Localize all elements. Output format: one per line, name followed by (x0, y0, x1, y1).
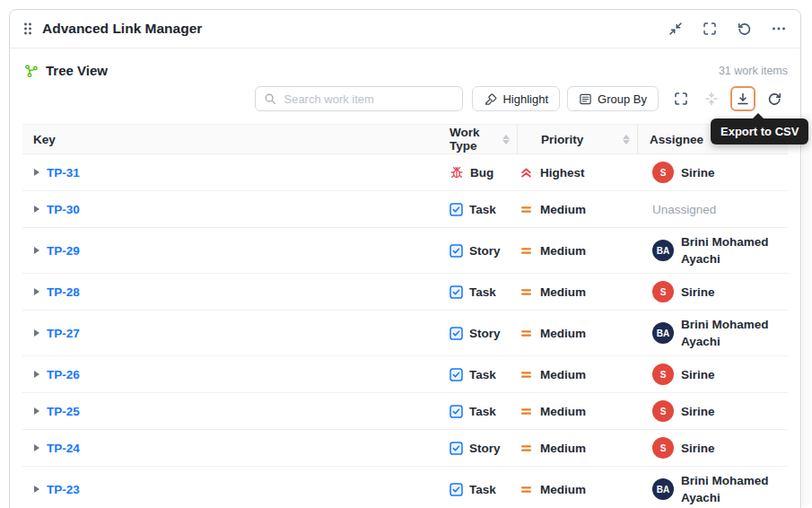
fullscreen-icon[interactable] (703, 22, 717, 36)
table-row[interactable]: TP-26 Task (22, 356, 788, 393)
work-type-label: Task (469, 285, 496, 299)
priority-medium-icon (520, 203, 533, 216)
priority-highest-icon (520, 166, 533, 180)
assignee-avatar: S (652, 400, 674, 422)
work-items-table: Key Work Type Priority Assignee (22, 124, 788, 508)
highlight-button-label: Highlight (502, 92, 548, 106)
work-items-count: 31 work items (719, 65, 788, 77)
table-row[interactable]: TP-23 Task (22, 467, 788, 508)
assignee-name: Unassigned (652, 201, 716, 218)
work-type-label: Story (469, 244, 501, 258)
drag-handle-icon[interactable] (22, 22, 33, 36)
table-row[interactable]: TP-27 Story (22, 311, 788, 356)
work-item-key-link[interactable]: TP-30 (47, 203, 80, 216)
priority-medium-icon (520, 405, 533, 418)
work-item-key-link[interactable]: TP-26 (47, 368, 80, 381)
panel-title: Advanced Link Manager (42, 21, 202, 37)
work-item-key-link[interactable]: TP-24 (47, 442, 80, 455)
highlight-button[interactable]: Highlight (472, 86, 560, 111)
assignee-avatar: BA (652, 322, 674, 344)
expand-all-icon[interactable] (669, 87, 693, 110)
task-checkbox-icon (450, 244, 463, 258)
expand-row-caret-icon[interactable] (33, 246, 40, 255)
priority-medium-icon (520, 368, 533, 381)
group-by-button-label: Group By (598, 92, 647, 106)
work-type-label: Task (469, 483, 496, 496)
work-type-label: Task (469, 203, 496, 216)
expand-row-caret-icon[interactable] (33, 287, 40, 296)
table-row[interactable]: TP-24 Story (22, 430, 788, 467)
work-type-label: Task (469, 405, 496, 418)
panel-header: Advanced Link Manager (10, 10, 800, 48)
advanced-link-manager-panel: Advanced Link Manager (9, 9, 801, 508)
group-by-button[interactable]: Group By (567, 86, 659, 111)
reset-icon[interactable] (737, 22, 752, 37)
assignee-name: Brini Mohamed Ayachi (681, 472, 787, 506)
priority-label: Medium (540, 244, 586, 258)
table-row[interactable]: TP-28 Task (22, 274, 788, 311)
task-checkbox-icon (450, 483, 463, 496)
priority-label: Medium (540, 483, 586, 496)
expand-row-caret-icon[interactable] (33, 443, 40, 452)
column-header-priority: Priority (518, 125, 638, 153)
work-type-label: Task (469, 368, 496, 381)
assignee-name: Brini Mohamed Ayachi (681, 316, 787, 350)
expand-row-caret-icon[interactable] (33, 168, 40, 177)
task-checkbox-icon (450, 327, 463, 340)
work-item-key-link[interactable]: TP-23 (47, 483, 80, 496)
assignee-name: Sirine (681, 403, 715, 420)
table-row[interactable]: TP-30 Task (22, 191, 788, 228)
assignee-name: Sirine (681, 366, 715, 383)
work-item-key-link[interactable]: TP-31 (47, 166, 80, 180)
work-item-key-link[interactable]: TP-28 (47, 285, 80, 299)
priority-label: Medium (540, 405, 586, 418)
vertical-scrollbar[interactable] (802, 113, 811, 507)
more-options-icon[interactable] (772, 22, 786, 36)
expand-row-caret-icon[interactable] (33, 485, 40, 494)
expand-row-caret-icon[interactable] (33, 407, 40, 416)
task-checkbox-icon (450, 203, 463, 216)
assignee-name: Sirine (681, 164, 715, 181)
expand-row-caret-icon[interactable] (33, 205, 40, 214)
column-header-work-type-label: Work Type (450, 126, 501, 153)
table-row[interactable]: TP-31 Bug (22, 154, 788, 191)
search-box[interactable] (255, 86, 463, 111)
priority-medium-icon (520, 327, 533, 340)
work-type-label: Story (469, 327, 501, 340)
group-by-icon (579, 92, 592, 106)
task-checkbox-icon (450, 285, 463, 299)
refresh-icon[interactable] (763, 87, 786, 110)
assignee-name: Sirine (681, 440, 715, 457)
expand-row-caret-icon[interactable] (33, 328, 40, 337)
search-input[interactable] (282, 92, 454, 107)
assignee-name: Sirine (681, 284, 715, 301)
assignee-avatar: S (652, 437, 674, 459)
work-item-key-link[interactable]: TP-25 (47, 405, 80, 418)
minimize-panel-icon[interactable] (668, 22, 683, 36)
highlighter-icon (484, 92, 497, 106)
work-type-label: Bug (470, 166, 493, 180)
sort-priority-icon[interactable] (621, 133, 632, 146)
priority-label: Medium (540, 203, 586, 216)
collapse-all-icon[interactable] (700, 87, 723, 110)
sort-work-type-icon[interactable] (501, 133, 511, 146)
table-row[interactable]: TP-29 Story (22, 228, 788, 274)
priority-medium-icon (520, 483, 533, 496)
column-header-priority-label: Priority (541, 133, 583, 146)
search-icon (264, 92, 276, 105)
priority-medium-icon (520, 244, 533, 258)
export-to-csv-tooltip: Export to CSV (711, 118, 808, 145)
work-item-key-link[interactable]: TP-29 (47, 244, 80, 258)
priority-label: Medium (540, 327, 586, 340)
table-row[interactable]: TP-25 Task (22, 393, 788, 430)
table-body: TP-31 Bug (22, 154, 788, 508)
priority-label: Medium (540, 285, 586, 299)
assignee-avatar: BA (652, 240, 674, 261)
task-checkbox-icon (450, 442, 463, 455)
view-header-row: Tree View 31 work items (10, 48, 800, 78)
task-checkbox-icon (450, 368, 463, 381)
expand-row-caret-icon[interactable] (33, 370, 40, 379)
assignee-avatar: BA (652, 478, 674, 500)
work-item-key-link[interactable]: TP-27 (47, 327, 80, 340)
export-to-csv-button[interactable] (730, 86, 755, 111)
